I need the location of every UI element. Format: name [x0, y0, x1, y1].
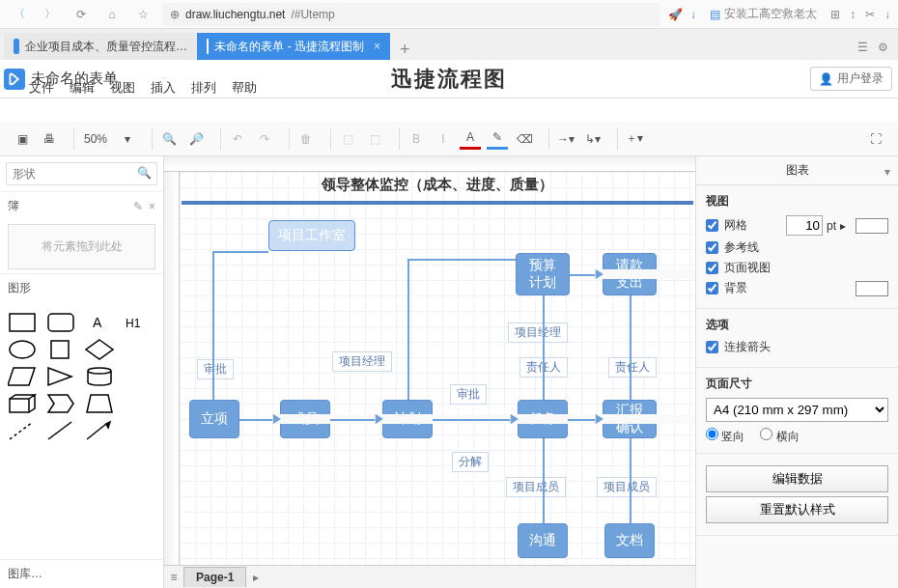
node-doc[interactable]: 文档: [604, 523, 655, 558]
shape-cylinder[interactable]: [85, 366, 114, 387]
close-tab-button[interactable]: ×: [374, 40, 380, 53]
settings-icon[interactable]: ⚙: [878, 41, 888, 54]
panel-header[interactable]: 图表 ▾: [696, 156, 898, 185]
delete-button[interactable]: 🗑: [295, 128, 317, 150]
chevron-down-icon[interactable]: ▾: [117, 128, 138, 150]
apps-icon[interactable]: ⊞: [830, 8, 840, 21]
forward-button[interactable]: 〉: [39, 3, 62, 26]
bg-checkbox[interactable]: [706, 282, 718, 294]
node-lixiang[interactable]: 立项: [189, 400, 239, 438]
grid-checkbox[interactable]: [706, 219, 718, 232]
menu-help[interactable]: 帮助: [232, 79, 257, 97]
portrait-radio[interactable]: 竖向: [706, 428, 744, 445]
lbl-approve2[interactable]: 审批: [450, 384, 487, 405]
shape-step[interactable]: [46, 393, 75, 414]
edit-icon[interactable]: ✎: [133, 200, 143, 213]
zoom-value[interactable]: 50%: [80, 132, 111, 146]
shape-line[interactable]: [46, 420, 75, 441]
tab-active[interactable]: 未命名的表单 - 迅捷流程图制 ×: [197, 33, 390, 60]
diagram-title[interactable]: 领导整体监控（成本、进度、质量）: [180, 176, 695, 203]
shape-dashline[interactable]: [8, 420, 37, 441]
close-icon[interactable]: ×: [149, 200, 155, 213]
shape-cube[interactable]: [8, 393, 37, 414]
shape-square[interactable]: [46, 339, 75, 360]
page-tab[interactable]: Page-1: [183, 567, 246, 587]
reload-button[interactable]: ⟳: [70, 3, 93, 26]
pagesize-select[interactable]: A4 (210 mm x 297 mm): [706, 398, 888, 422]
grid-color-swatch[interactable]: [856, 218, 888, 234]
shape-parallelogram[interactable]: [8, 366, 37, 387]
menu-arrange[interactable]: 排列: [191, 79, 216, 97]
home-button[interactable]: ⌂: [100, 3, 124, 26]
bold-button[interactable]: B: [406, 128, 427, 150]
shape-text[interactable]: A: [85, 312, 114, 333]
shape-ellipse[interactable]: [8, 339, 37, 360]
undo-button[interactable]: ↶: [227, 128, 248, 150]
add-page-button[interactable]: ▸: [246, 571, 266, 584]
node-comm[interactable]: 沟通: [518, 523, 568, 558]
menu-edit[interactable]: 编辑: [70, 79, 95, 97]
shape-triangle[interactable]: [46, 366, 75, 387]
back-button-z[interactable]: ⬚: [364, 128, 385, 150]
zoom-out-button[interactable]: 🔎: [185, 128, 207, 150]
tab-inactive[interactable]: 企业项目成本、质量管控流程…: [4, 33, 197, 60]
node-workshop[interactable]: 项目工作室: [268, 220, 355, 251]
add-button[interactable]: ＋▾: [624, 128, 645, 150]
login-button[interactable]: 👤 用户登录: [810, 67, 892, 91]
sync-icon[interactable]: ↕: [850, 8, 856, 21]
front-button[interactable]: ⬚: [337, 128, 358, 150]
scratchpad-drop[interactable]: 将元素拖到此处: [8, 224, 155, 269]
lbl-split[interactable]: 分解: [452, 452, 489, 472]
sidebar-toggle-icon[interactable]: ☰: [857, 41, 868, 54]
more-icon[interactable]: ↓: [884, 8, 890, 21]
pages-menu-button[interactable]: ≡: [164, 571, 183, 584]
snap-checkbox[interactable]: [706, 341, 718, 353]
drawing-canvas[interactable]: 领导整体监控（成本、进度、质量） 项目工作室 预算 计划 请款 支出 项目经理 …: [180, 172, 695, 565]
italic-button[interactable]: I: [433, 128, 454, 150]
redo-button[interactable]: ↷: [254, 128, 275, 150]
node-teammember1[interactable]: 项目成员: [506, 477, 566, 497]
zoom-in-button[interactable]: 🔍: [158, 128, 180, 150]
menu-file[interactable]: 文件: [29, 79, 54, 97]
connector-straight-button[interactable]: →▾: [555, 128, 576, 150]
connector-elbow-button[interactable]: ↳▾: [582, 128, 603, 150]
lbl-approve[interactable]: 审批: [197, 359, 234, 379]
search-input[interactable]: [6, 162, 157, 185]
shape-roundrect[interactable]: [46, 312, 75, 333]
bookmark-link[interactable]: ▤ 安装工高空救老太: [704, 4, 823, 25]
font-color-button[interactable]: A: [460, 128, 481, 150]
node-pm[interactable]: 项目经理: [508, 322, 568, 343]
back-button[interactable]: 〈: [8, 3, 31, 26]
print-button[interactable]: 🖶: [39, 128, 60, 150]
shapes-header[interactable]: 图形: [0, 273, 163, 302]
url-bar[interactable]: ⊕ draw.liuchengtu.net/#Utemp: [162, 3, 660, 26]
shape-trapezoid[interactable]: [85, 393, 114, 414]
clear-format-button[interactable]: ⌫: [514, 128, 535, 150]
more-shapes-button[interactable]: 图库…: [0, 559, 163, 588]
favorite-star-icon[interactable]: ☆: [131, 3, 154, 26]
save-button[interactable]: ▣: [12, 128, 33, 150]
landscape-radio[interactable]: 横向: [760, 428, 799, 445]
stepper-icon[interactable]: ▸: [840, 219, 846, 233]
menu-view[interactable]: 视图: [110, 79, 135, 97]
bg-color-swatch[interactable]: [856, 281, 888, 296]
node-resp2[interactable]: 责任人: [608, 357, 657, 378]
menu-insert[interactable]: 插入: [151, 79, 176, 97]
shape-h1[interactable]: H1: [124, 312, 153, 333]
fullscreen-button[interactable]: ⛶: [865, 128, 886, 150]
edit-data-button[interactable]: 编辑数据: [706, 465, 888, 492]
reset-style-button[interactable]: 重置默认样式: [706, 496, 888, 523]
guide-checkbox[interactable]: [706, 241, 718, 254]
download-icon[interactable]: ↓: [690, 8, 696, 21]
node-pm2[interactable]: 项目经理: [332, 351, 392, 372]
cut-icon[interactable]: ✂: [865, 8, 875, 21]
shape-rect[interactable]: [8, 312, 37, 333]
rocket-icon[interactable]: 🚀: [668, 8, 683, 21]
highlight-button[interactable]: ✎: [487, 128, 508, 150]
scratchpad-header[interactable]: 簿 ✎×: [0, 191, 163, 220]
shape-diamond[interactable]: [85, 339, 114, 360]
search-icon[interactable]: 🔍: [137, 166, 152, 180]
new-tab-button[interactable]: +: [390, 40, 420, 60]
shape-arrowline[interactable]: [85, 420, 114, 441]
pageview-checkbox[interactable]: [706, 262, 718, 274]
